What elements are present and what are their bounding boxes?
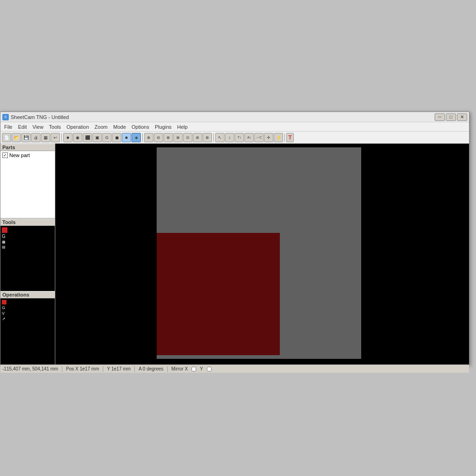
toolbar: 📄 📂 💾 🖨 ▦ ↩ ■ ◉ ⬛ ▣ G ◼ ■ ◈ ⊕ ⊖ ⊕ ⊗ ⊙ ⊚ … <box>0 132 469 144</box>
status-angle: A 0 degrees <box>139 366 163 371</box>
toolbar-btn24[interactable]: T↕ <box>235 133 244 142</box>
menu-plugins[interactable]: Plugins <box>152 124 174 130</box>
status-mirror-x-checkbox[interactable] <box>192 367 196 371</box>
toolbar-separator-4 <box>284 133 285 142</box>
tools-body: G ▦ ▤ <box>0 226 55 291</box>
parts-item-new-part[interactable]: ✓ New part <box>1 152 54 159</box>
toolbar-btn14[interactable]: ◈ <box>132 133 141 142</box>
status-mirror-y-label: Y <box>200 366 203 371</box>
menu-options[interactable]: Options <box>129 124 152 130</box>
toolbar-btn23[interactable]: ↕ <box>225 133 234 142</box>
toolbar-lightning-button[interactable]: ⚡ <box>274 133 283 142</box>
operations-body: G V ↗ <box>0 298 55 364</box>
tool-label-list: ▤ <box>2 245 6 249</box>
status-sep-1 <box>62 366 62 372</box>
toolbar-btn9[interactable]: ⬛ <box>83 133 92 142</box>
menu-edit[interactable]: Edit <box>15 124 30 130</box>
toolbar-btn7[interactable]: ■ <box>63 133 73 142</box>
left-panel: Parts ✓ New part Tools G <box>0 144 55 364</box>
toolbar-btn27[interactable]: ✛ <box>264 133 273 142</box>
maximize-button[interactable]: □ <box>446 113 456 121</box>
status-pos-y: Y 1e17 mm <box>107 366 131 371</box>
status-mirror-y-checkbox[interactable] <box>207 367 212 371</box>
parts-header: Parts <box>0 144 55 151</box>
status-sep-4 <box>167 366 168 372</box>
toolbar-btn20[interactable]: ⊚ <box>193 133 202 142</box>
toolbar-zoom-in-button[interactable]: ⊕ <box>144 133 153 142</box>
parts-section: Parts ✓ New part <box>0 144 55 218</box>
toolbar-new-button[interactable]: 📄 <box>2 133 11 142</box>
toolbar-text-button[interactable]: T <box>286 133 294 142</box>
tool-row-3: ▦ <box>1 239 54 245</box>
menu-tools[interactable]: Tools <box>46 124 64 130</box>
ops-label-v: V <box>2 311 5 316</box>
tool-row-1 <box>1 227 54 233</box>
toolbar-btn13[interactable]: ■ <box>122 133 131 142</box>
tool-label-g: G <box>2 234 6 239</box>
toolbar-btn26[interactable]: ↔C <box>254 133 264 142</box>
toolbar-print-button[interactable]: 🖨 <box>31 133 40 142</box>
main-window: S SheetCam TNG - Untitled ─ □ ✕ File Edi… <box>0 112 469 365</box>
ops-row-2: G <box>1 305 54 311</box>
tool-row-4: ▤ <box>1 245 54 250</box>
toolbar-separator-1 <box>61 133 62 142</box>
status-sep-2 <box>103 366 103 372</box>
toolbar-btn12[interactable]: ◼ <box>112 133 121 142</box>
toolbar-undo-button[interactable]: ↩ <box>51 133 60 142</box>
tool-label-grid: ▦ <box>2 240 6 244</box>
title-bar: S SheetCam TNG - Untitled ─ □ ✕ <box>0 112 469 122</box>
menu-bar: File Edit View Tools Operation Zoom Mode… <box>0 122 469 132</box>
ops-row-1 <box>1 299 54 305</box>
canvas-dark-red-shape <box>157 233 280 355</box>
status-bar: -115,407 mm, 504,141 mm Pos X 1e17 mm Y … <box>0 364 469 373</box>
main-content: Parts ✓ New part Tools G <box>0 144 469 364</box>
operations-section: Operations G V ↗ <box>0 291 55 364</box>
app-icon: S <box>2 114 9 120</box>
ops-label-arrow: ↗ <box>2 317 6 321</box>
ops-row-3: V <box>1 311 54 316</box>
tool-icon-1 <box>2 227 7 233</box>
toolbar-zoom-out-button[interactable]: ⊖ <box>154 133 163 142</box>
toolbar-btn19[interactable]: ⊙ <box>183 133 192 142</box>
toolbar-btn21[interactable]: ⊛ <box>203 133 212 142</box>
menu-file[interactable]: File <box>1 124 15 130</box>
toolbar-save-button[interactable]: 💾 <box>21 133 31 142</box>
parts-item-label: New part <box>9 152 30 158</box>
toolbar-open-button[interactable]: 📂 <box>12 133 21 142</box>
toolbar-btn25[interactable]: A↕ <box>245 133 254 142</box>
toolbar-btn10[interactable]: ▣ <box>93 133 102 142</box>
ops-icon-1 <box>2 300 7 304</box>
menu-mode[interactable]: Mode <box>110 124 129 130</box>
operations-header: Operations <box>0 291 55 298</box>
ops-label-g: G <box>2 305 5 310</box>
ops-row-4: ↗ <box>1 316 54 322</box>
menu-operation[interactable]: Operation <box>64 124 92 130</box>
menu-help[interactable]: Help <box>174 124 191 130</box>
window-title: SheetCam TNG - Untitled <box>11 114 69 120</box>
minimize-button[interactable]: ─ <box>435 113 445 121</box>
toolbar-btn18[interactable]: ⊗ <box>173 133 183 142</box>
toolbar-separator-2 <box>142 133 143 142</box>
toolbar-select-button[interactable]: ↖ <box>215 133 225 142</box>
status-sep-3 <box>134 366 135 372</box>
menu-view[interactable]: View <box>30 124 46 130</box>
status-pos-x: Pos X 1e17 mm <box>66 366 99 371</box>
toolbar-btn11[interactable]: G <box>102 133 112 142</box>
toolbar-btn8[interactable]: ◉ <box>73 133 82 142</box>
status-position: -115,407 mm, 504,141 mm <box>2 366 58 371</box>
tools-header: Tools <box>0 218 55 226</box>
status-mirror-x-label: Mirror X <box>172 366 188 371</box>
tools-section: Tools G ▦ ▤ <box>0 218 55 291</box>
canvas-area[interactable] <box>55 144 469 364</box>
close-button[interactable]: ✕ <box>457 113 467 121</box>
title-bar-buttons: ─ □ ✕ <box>435 113 467 121</box>
toolbar-separator-3 <box>213 133 214 142</box>
parts-body: ✓ New part <box>0 151 55 218</box>
toolbar-grid-button[interactable]: ▦ <box>41 133 50 142</box>
toolbar-zoom-fit-button[interactable]: ⊕ <box>164 133 173 142</box>
menu-zoom[interactable]: Zoom <box>92 124 110 130</box>
tool-row-2: G <box>1 233 54 239</box>
title-bar-left: S SheetCam TNG - Untitled <box>2 114 69 120</box>
parts-item-checkbox[interactable]: ✓ <box>2 152 8 158</box>
